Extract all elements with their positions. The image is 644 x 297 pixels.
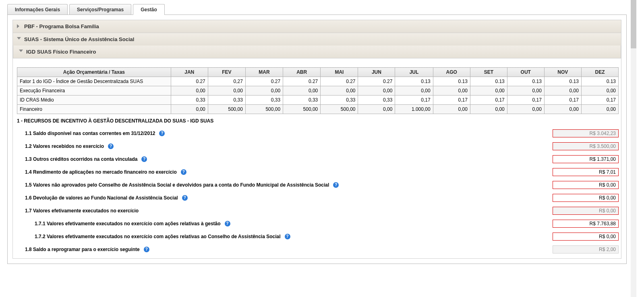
help-icon[interactable]: ? <box>141 156 147 162</box>
field-label: 1.7 Valores efetivamente executados no e… <box>17 208 139 214</box>
row-label: ID CRAS Médio <box>17 96 171 105</box>
cell-value: 0.13 <box>433 77 470 86</box>
help-icon[interactable]: ? <box>285 234 290 239</box>
cell-value: 500,00 <box>283 105 321 114</box>
cell-value: 0,33 <box>358 96 395 105</box>
cell-value: 0,00 <box>507 105 544 114</box>
col-header-mai: MAI <box>321 68 358 77</box>
field-line: 1.7.2 Valores efetivamente executados no… <box>17 230 619 243</box>
cell-value: 0,33 <box>208 96 245 105</box>
field-label: 1.6 Devolução de valores ao Fundo Nacion… <box>17 195 178 201</box>
help-icon[interactable]: ? <box>182 195 188 201</box>
cell-value: 0,00 <box>470 105 507 114</box>
field-line: 1.7.1 Valores efetivamente executados no… <box>17 217 619 230</box>
tab-informacoes-gerais[interactable]: Informações Gerais <box>7 4 68 15</box>
value-input: R$ 3.500,00 <box>553 142 619 150</box>
col-header-dez: DEZ <box>581 68 618 77</box>
cell-value: 0,27 <box>208 77 245 86</box>
value-input[interactable]: R$ 7,01 <box>553 168 619 176</box>
tab-gestao-body: PBF - Programa Bolsa Família SUAS - Sist… <box>7 15 627 264</box>
cell-value: 0.13 <box>395 77 433 86</box>
field-label: 1.3 Outros créditos ocorridos na conta v… <box>17 156 137 162</box>
cell-value: 0,17 <box>433 96 470 105</box>
section1-lines: 1.1 Saldo disponível nas contas corrente… <box>17 127 619 256</box>
accordion-suas-title: SUAS - Sistema Único de Assistência Soci… <box>24 36 134 42</box>
accordion-igd-body: Ação Orçamentária / Taxas JAN FEV MAR AB… <box>13 58 621 258</box>
value-input[interactable]: R$ 1.371,00 <box>553 155 619 163</box>
cell-value: 0,17 <box>470 96 507 105</box>
value-input[interactable]: R$ 0,00 <box>553 233 619 241</box>
cell-value: 0,00 <box>395 86 433 96</box>
field-label: 1.7.1 Valores efetivamente executados no… <box>17 221 221 226</box>
cell-value: 0,00 <box>208 86 245 96</box>
chevron-right-icon <box>17 24 19 28</box>
cell-value: 0,00 <box>581 86 618 96</box>
cell-value: 500,00 <box>208 105 245 114</box>
tab-gestao[interactable]: Gestão <box>133 4 165 15</box>
chevron-down-icon <box>17 37 21 39</box>
cell-value: 0,00 <box>544 86 581 96</box>
col-header-acao: Ação Orçamentária / Taxas <box>17 68 171 77</box>
cell-value: 0.27 <box>283 77 321 86</box>
help-icon[interactable]: ? <box>144 247 149 252</box>
field-label: 1.1 Saldo disponível nas contas corrente… <box>17 131 155 136</box>
help-icon[interactable]: ? <box>225 221 230 226</box>
help-icon[interactable]: ? <box>181 169 186 175</box>
field-label: 1.2 Valores recebidos no exercício <box>17 143 104 149</box>
cell-value: 0,00 <box>171 86 208 96</box>
scrollbar-thumb[interactable] <box>631 0 636 48</box>
cell-value: 0,00 <box>245 86 283 96</box>
cell-value: 0.13 <box>470 77 507 86</box>
col-header-ago: AGO <box>433 68 470 77</box>
tab-bar: Informações Gerais Serviços/Programas Ge… <box>7 4 627 15</box>
tab-servicos-programas[interactable]: Serviços/Programas <box>69 4 131 15</box>
accordion-suas: SUAS - Sistema Único de Assistência Soci… <box>12 33 621 259</box>
cell-value: 0,00 <box>581 105 618 114</box>
col-header-jun: JUN <box>358 68 395 77</box>
accordion-pbf: PBF - Programa Bolsa Família <box>12 20 621 33</box>
value-input: R$ 2,00 <box>553 245 619 253</box>
cell-value: 0,33 <box>171 96 208 105</box>
cell-value: 500,00 <box>245 105 283 114</box>
value-input[interactable]: R$ 7.763,88 <box>553 220 619 228</box>
cell-value: 0,33 <box>321 96 358 105</box>
row-label: Execução Financeira <box>17 86 171 96</box>
cell-value: 0,17 <box>544 96 581 105</box>
field-line: 1.7 Valores efetivamente executados no e… <box>17 204 619 217</box>
accordion-suas-header[interactable]: SUAS - Sistema Único de Assistência Soci… <box>13 33 621 46</box>
field-line: 1.5 Valores não aprovados pelo Conselho … <box>17 179 619 191</box>
col-header-abr: ABR <box>283 68 321 77</box>
accordion-igd-title: IGD SUAS Físico Financeiro <box>26 49 96 55</box>
col-header-out: OUT <box>507 68 544 77</box>
col-header-jan: JAN <box>171 68 208 77</box>
field-label: 1.5 Valores não aprovados pelo Conselho … <box>17 182 329 188</box>
cell-value: 0,33 <box>283 96 321 105</box>
accordion-pbf-title: PBF - Programa Bolsa Família <box>24 23 99 29</box>
field-line: 1.4 Rendimento de aplicações no mercado … <box>17 166 619 179</box>
field-label: 1.8 Saldo a reprogramar para o exercício… <box>17 247 140 252</box>
cell-value: 0,00 <box>358 86 395 96</box>
help-icon[interactable]: ? <box>333 182 339 188</box>
cell-value: 0.13 <box>581 77 618 86</box>
cell-value: 0.13 <box>544 77 581 86</box>
col-header-mar: MAR <box>245 68 283 77</box>
cell-value: 0,00 <box>507 86 544 96</box>
value-input: R$ 3.042,23 <box>553 129 619 137</box>
field-label: 1.7.2 Valores efetivamente executados no… <box>17 234 281 239</box>
accordion-pbf-header[interactable]: PBF - Programa Bolsa Família <box>13 20 621 33</box>
value-input: R$ 0,00 <box>553 207 619 215</box>
cell-value: 0,00 <box>358 105 395 114</box>
help-icon[interactable]: ? <box>108 143 114 149</box>
field-line: 1.3 Outros créditos ocorridos na conta v… <box>17 153 619 166</box>
cell-value: 0,33 <box>245 96 283 105</box>
accordion-igd-header[interactable]: IGD SUAS Físico Financeiro <box>13 46 621 58</box>
field-line: 1.6 Devolução de valores ao Fundo Nacion… <box>17 191 619 204</box>
help-icon[interactable]: ? <box>159 131 165 136</box>
col-header-nov: NOV <box>544 68 581 77</box>
cell-value: 0,00 <box>171 105 208 114</box>
cell-value: 0,00 <box>433 105 470 114</box>
cell-value: 500,00 <box>321 105 358 114</box>
value-input[interactable]: R$ 0,00 <box>553 181 619 189</box>
cell-value: 0,00 <box>544 105 581 114</box>
value-input[interactable]: R$ 0,00 <box>553 194 619 202</box>
